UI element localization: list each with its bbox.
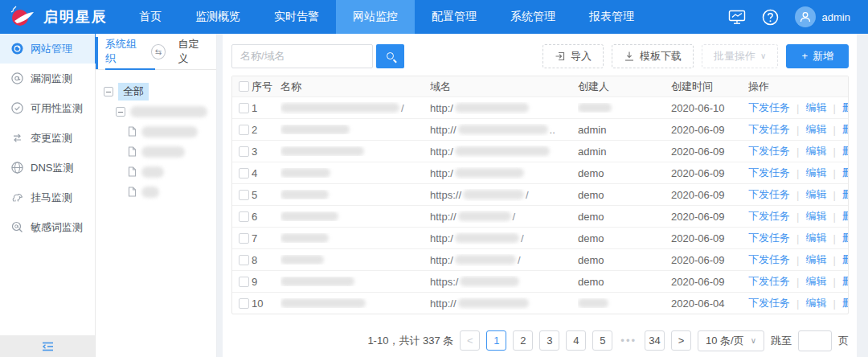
edit-link[interactable]: 编辑: [805, 252, 826, 267]
page-button[interactable]: 34: [645, 330, 665, 351]
nav-item-website-monitoring[interactable]: 网站监控: [336, 0, 415, 34]
template-download-button[interactable]: 模板下载: [612, 44, 694, 68]
edit-link[interactable]: 编辑: [805, 187, 826, 202]
page-button[interactable]: 1: [486, 330, 506, 351]
nav-item-system-management[interactable]: 系统管理: [493, 0, 572, 34]
row-checkbox[interactable]: [239, 146, 249, 157]
page-button[interactable]: 4: [566, 330, 586, 351]
delete-link[interactable]: 删除: [842, 101, 848, 115]
swap-tabs-icon[interactable]: ⇆: [151, 44, 165, 60]
row-checkbox[interactable]: [239, 168, 249, 178]
row-checkbox[interactable]: [239, 233, 249, 244]
prev-page-button[interactable]: <: [460, 330, 480, 351]
nav-item-monitor-overview[interactable]: 监测概览: [178, 0, 257, 34]
page-button[interactable]: 5: [592, 330, 612, 351]
brand: 启明星辰: [0, 0, 122, 34]
nav-item-report-management[interactable]: 报表管理: [572, 0, 651, 34]
tab-custom[interactable]: 自定义: [178, 37, 207, 66]
page-button[interactable]: 3: [539, 330, 559, 351]
collapse-node-icon[interactable]: [116, 107, 125, 117]
dispatch-task-link[interactable]: 下发任务: [748, 101, 790, 115]
edit-link[interactable]: 编辑: [805, 231, 826, 245]
nav-item-realtime-alerts[interactable]: 实时告警: [257, 0, 336, 34]
redacted-node-label: [141, 146, 185, 158]
row-checkbox[interactable]: [239, 125, 249, 135]
delete-link[interactable]: 删除: [842, 209, 848, 224]
sidebar-item-vulnerability-monitoring[interactable]: 漏洞监测: [0, 64, 95, 93]
edit-link[interactable]: 编辑: [805, 296, 826, 310]
tree-node-label[interactable]: 全部: [118, 83, 149, 101]
redacted-name: [280, 211, 338, 221]
row-checkbox[interactable]: [239, 190, 249, 200]
add-new-button[interactable]: + 新增: [786, 44, 849, 68]
edit-link[interactable]: 编辑: [805, 144, 826, 158]
dispatch-task-link[interactable]: 下发任务: [748, 209, 790, 224]
page-size-select[interactable]: 10 条/页 ∨: [698, 330, 764, 351]
help-icon[interactable]: [762, 9, 779, 26]
sidebar-item-change-monitoring[interactable]: 变更监测: [0, 123, 95, 153]
edit-link[interactable]: 编辑: [805, 122, 826, 137]
row-checkbox[interactable]: [239, 211, 249, 222]
nav-item-config-management[interactable]: 配置管理: [415, 0, 493, 34]
delete-link[interactable]: 删除: [842, 274, 848, 289]
navbar-right: admin: [728, 0, 868, 34]
tree-node-root[interactable]: 全部: [104, 81, 208, 101]
row-checkbox[interactable]: [239, 277, 249, 287]
dispatch-task-link[interactable]: 下发任务: [748, 274, 790, 289]
import-button[interactable]: 导入: [542, 44, 604, 68]
delete-link[interactable]: 删除: [842, 122, 848, 137]
username[interactable]: admin: [822, 11, 850, 23]
sidebar-item-dns-monitoring[interactable]: DNS监测: [0, 153, 95, 183]
user-avatar[interactable]: [795, 6, 816, 27]
delete-link[interactable]: 删除: [842, 252, 848, 267]
select-all-checkbox[interactable]: [239, 81, 249, 92]
edit-link[interactable]: 编辑: [805, 209, 826, 224]
batch-operations-button[interactable]: 批量操作 ∨: [702, 44, 778, 68]
search-button[interactable]: [376, 44, 404, 68]
next-page-button[interactable]: >: [671, 330, 691, 351]
dispatch-task-link[interactable]: 下发任务: [748, 187, 790, 202]
jump-to-label: 跳至: [771, 334, 792, 348]
search-input[interactable]: [231, 44, 373, 68]
page-button[interactable]: 2: [513, 330, 533, 351]
row-checkbox[interactable]: [239, 103, 249, 113]
edit-link[interactable]: 编辑: [805, 166, 826, 180]
website-name: [280, 233, 430, 243]
tree-node-leaf[interactable]: [104, 182, 208, 202]
edit-link[interactable]: 编辑: [805, 274, 826, 289]
dispatch-task-link[interactable]: 下发任务: [748, 296, 790, 310]
delete-link[interactable]: 删除: [842, 166, 848, 180]
delete-link[interactable]: 删除: [842, 231, 848, 245]
tree-node-leaf[interactable]: [104, 142, 208, 162]
monitor-screen-icon[interactable]: [728, 10, 746, 25]
sidebar-item-availability-monitoring[interactable]: 可用性监测: [0, 93, 95, 123]
jump-to-page-input[interactable]: [798, 330, 832, 351]
row-checkbox[interactable]: [239, 255, 249, 265]
dispatch-task-link[interactable]: 下发任务: [748, 231, 790, 245]
col-header-index: 序号: [252, 80, 280, 94]
edit-link[interactable]: 编辑: [805, 101, 826, 115]
sidebar-item-sensitive-word-monitoring[interactable]: 敏感词监测: [0, 212, 95, 242]
dispatch-task-link[interactable]: 下发任务: [748, 252, 790, 267]
collapse-sidebar-icon[interactable]: [41, 341, 55, 352]
delete-link[interactable]: 删除: [842, 187, 848, 202]
tree-node-leaf[interactable]: [104, 121, 208, 142]
main-nav: 首页 监测概览 实时告警 网站监控 配置管理 系统管理 报表管理: [122, 0, 651, 34]
redacted-name: [280, 146, 364, 156]
delete-link[interactable]: 删除: [842, 296, 848, 310]
dispatch-task-link[interactable]: 下发任务: [748, 144, 790, 158]
dispatch-task-link[interactable]: 下发任务: [748, 122, 790, 137]
sidebar-item-trojan-monitoring[interactable]: 挂马监测: [0, 183, 95, 212]
tab-system-organization[interactable]: 系统组织: [105, 37, 143, 66]
delete-link[interactable]: 删除: [842, 144, 848, 158]
collapse-node-icon[interactable]: [104, 87, 113, 96]
redacted-creator: [578, 103, 612, 113]
nav-item-home[interactable]: 首页: [122, 0, 178, 34]
website-domain: http://: [430, 298, 578, 310]
sidebar-item-website-management[interactable]: 网站管理: [0, 34, 95, 64]
tree-node-branch[interactable]: [104, 101, 208, 121]
table-row: 5https:///demo2020-06-09下发任务|编辑|删除: [232, 183, 848, 205]
dispatch-task-link[interactable]: 下发任务: [748, 166, 790, 180]
tree-node-leaf[interactable]: [104, 162, 208, 182]
row-checkbox[interactable]: [239, 298, 249, 309]
